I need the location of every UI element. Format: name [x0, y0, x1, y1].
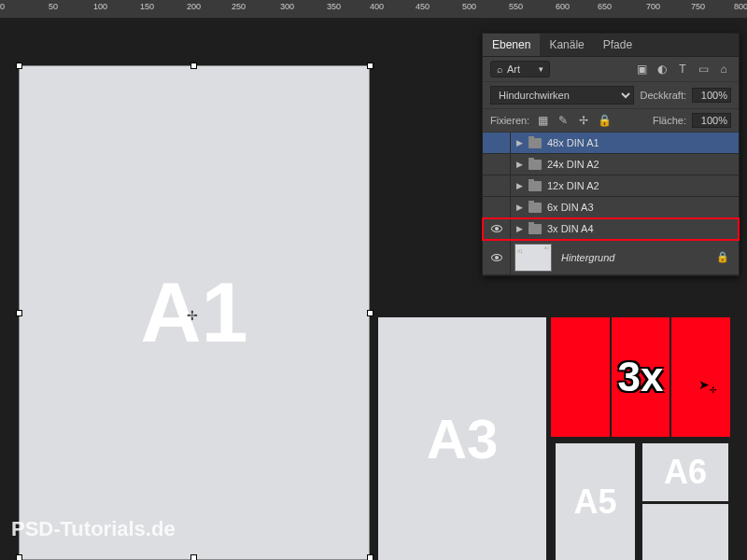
- dropdown-icon[interactable]: ▾: [539, 64, 543, 74]
- selection-handle[interactable]: [367, 63, 374, 69]
- layer-name: 3x DIN A4: [547, 223, 594, 234]
- folder-icon: [529, 181, 542, 191]
- eye-icon: [491, 254, 502, 261]
- watermark-text: PSD-Tutorials.de: [11, 517, 176, 541]
- lock-pixels-icon[interactable]: ▦: [535, 113, 550, 128]
- lock-label: Fixieren:: [490, 115, 529, 126]
- disclosure-icon[interactable]: ▶: [516, 224, 523, 233]
- visibility-toggle[interactable]: [483, 197, 511, 217]
- opacity-label: Deckkraft:: [640, 90, 686, 101]
- selection-handle[interactable]: [190, 63, 197, 69]
- red-panel: [551, 317, 610, 437]
- visibility-toggle[interactable]: [483, 133, 511, 153]
- selection-handle[interactable]: [190, 554, 197, 560]
- disclosure-icon[interactable]: ▶: [516, 160, 523, 169]
- paper-a6: A6: [642, 443, 728, 501]
- disclosure-icon[interactable]: ▶: [516, 203, 523, 212]
- red-3x-label: 3x: [618, 354, 664, 400]
- layer-name: 24x DIN A2: [547, 159, 599, 170]
- cursor-move-icon: ➤✢: [698, 377, 717, 395]
- lock-brush-icon[interactable]: ✎: [556, 113, 571, 128]
- layer-filter[interactable]: ⌕ ▾: [490, 61, 550, 77]
- tab-channels[interactable]: Kanäle: [540, 34, 593, 56]
- lock-icon: 🔒: [716, 251, 729, 263]
- eye-icon: [491, 225, 502, 232]
- fill-label: Fläche:: [653, 115, 686, 126]
- layer-row[interactable]: ▶ 3x DIN A4: [483, 218, 739, 240]
- visibility-toggle[interactable]: [483, 154, 511, 175]
- filter-type-icon[interactable]: T: [675, 62, 690, 77]
- paper-a5: A5: [556, 443, 635, 560]
- horizontal-ruler: 0 50 100 150 200 250 300 350 400 450 500…: [0, 0, 747, 19]
- paper-a6-lower: [642, 504, 728, 560]
- selection-handle[interactable]: [16, 63, 22, 69]
- search-icon: ⌕: [497, 63, 503, 75]
- transform-center-icon[interactable]: ✢: [187, 308, 198, 323]
- filter-smart-icon[interactable]: ⌂: [716, 62, 731, 77]
- selection-handle[interactable]: [367, 554, 374, 560]
- layer-row[interactable]: ▶ 24x DIN A2: [483, 154, 739, 175]
- layers-panel: Ebenen Kanäle Pfade ⌕ ▾ ▣ ◐ T ▭ ⌂ Hindur…: [482, 33, 740, 276]
- filter-kind-input[interactable]: [507, 63, 535, 75]
- layer-name: 12x DIN A2: [547, 180, 599, 191]
- filter-shape-icon[interactable]: ▭: [696, 62, 711, 77]
- folder-icon: [529, 138, 542, 148]
- filter-row: ⌕ ▾ ▣ ◐ T ▭ ⌂: [483, 57, 739, 82]
- visibility-toggle[interactable]: [483, 218, 511, 239]
- opacity-input[interactable]: [692, 88, 731, 103]
- lock-row: Fixieren: ▦ ✎ ✢ 🔒 Fläche:: [483, 109, 739, 133]
- visibility-toggle[interactable]: [483, 240, 511, 274]
- layer-row[interactable]: ▶ 12x DIN A2: [483, 175, 739, 197]
- selection-handle[interactable]: [367, 310, 374, 316]
- tab-paths[interactable]: Pfade: [594, 34, 641, 56]
- layer-row[interactable]: ▶ 48x DIN A1: [483, 133, 739, 154]
- panel-tabs: Ebenen Kanäle Pfade: [483, 34, 739, 57]
- selection-handle[interactable]: [16, 310, 22, 316]
- layer-name: 6x DIN A3: [547, 202, 594, 213]
- fill-input[interactable]: [692, 113, 731, 128]
- folder-icon: [529, 224, 542, 234]
- paper-a3: A3: [378, 317, 546, 560]
- background-layer-name: Hintergrund: [561, 252, 614, 263]
- layer-row[interactable]: ▶ 6x DIN A3: [483, 197, 739, 218]
- paper-a3-label: A3: [427, 407, 499, 471]
- paper-a5-label: A5: [573, 483, 616, 522]
- visibility-toggle[interactable]: [483, 175, 511, 196]
- folder-icon: [529, 203, 542, 213]
- lock-position-icon[interactable]: ✢: [576, 113, 591, 128]
- paper-a6-label: A6: [664, 453, 707, 492]
- filter-adjust-icon[interactable]: ◐: [655, 62, 669, 77]
- blend-mode-select[interactable]: Hindurchwirken: [490, 86, 634, 105]
- disclosure-icon[interactable]: ▶: [516, 181, 523, 190]
- filter-image-icon[interactable]: ▣: [634, 62, 649, 77]
- blend-row: Hindurchwirken Deckkraft:: [483, 82, 739, 109]
- disclosure-icon[interactable]: ▶: [516, 138, 523, 147]
- layer-list: ▶ 48x DIN A1 ▶ 24x DIN A2 ▶ 12x DIN A2: [483, 133, 739, 275]
- layer-thumbnail: A1 A2: [514, 244, 552, 272]
- layer-name: 48x DIN A1: [547, 137, 599, 148]
- lock-all-icon[interactable]: 🔒: [597, 113, 612, 128]
- selection-handle[interactable]: [16, 554, 22, 560]
- folder-icon: [529, 160, 542, 170]
- background-layer-row[interactable]: A1 A2 Hintergrund 🔒: [483, 240, 739, 275]
- tab-layers[interactable]: Ebenen: [483, 34, 540, 56]
